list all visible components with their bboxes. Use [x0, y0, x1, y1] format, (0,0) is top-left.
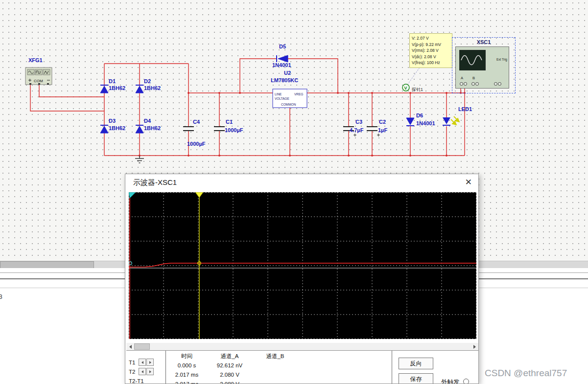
led-emission-arrows-icon [451, 116, 459, 125]
xfg1-terminal-plus[interactable] [29, 83, 31, 85]
cursor-t2-label: T2 [129, 369, 137, 375]
d6-ref: D6 [416, 113, 423, 118]
xsc1-channel-a-label: A [461, 76, 463, 80]
xsc1-terminal[interactable] [498, 82, 501, 86]
xsc1-terminal[interactable] [464, 82, 467, 86]
d2-ref: D2 [144, 78, 151, 84]
d1-value: 1BH62 [109, 85, 125, 91]
u2-pin-voltage: VOLTAGE [275, 97, 289, 100]
voltage-probe[interactable]: V 探针1 [402, 66, 423, 92]
col-header-time: 时间 [166, 353, 208, 360]
watermark: CSDN @ethreal757 [485, 368, 567, 379]
probe-vrms: V(rms): 2.08 V [412, 47, 450, 54]
probe-vpp: V(p-p): 9.22 mV [412, 42, 450, 48]
oscilloscope-window[interactable]: 示波器-XSC1 ✕ [125, 174, 479, 384]
xfg1-terminal-com[interactable] [38, 83, 40, 85]
scope-scrollbar[interactable] [126, 343, 478, 351]
xsc1-ext-trig-label: Ext Trig [496, 58, 507, 61]
scope-plot [129, 192, 476, 339]
triangle-wave-icon[interactable] [43, 69, 50, 75]
ext-trigger-group: 外触发 [441, 378, 469, 384]
t2-time: 2.017 ms [166, 372, 208, 378]
d1-ref: D1 [109, 78, 116, 84]
function-generator-xfg1[interactable]: XFG1 COM [25, 57, 52, 85]
u2-value: LM7805KC [271, 77, 298, 83]
t1-prev-button[interactable] [139, 359, 146, 366]
u2-pin-common: COMMON [281, 103, 296, 106]
multisim-screen: XFG1 COM D1 1BH62 D2 1BH62 D3 [0, 0, 588, 384]
ext-trigger-radio[interactable] [463, 379, 469, 384]
cursor-delta-label: T2-T1 [129, 378, 144, 384]
ground-symbol[interactable] [135, 156, 144, 163]
voltage-regulator-u2[interactable]: U2 LM7805KC LINE VOLTAGE VREG COMMON [271, 70, 307, 108]
ext-trigger-label: 外触发 [441, 379, 460, 384]
c1-value: 1000µF [225, 127, 243, 133]
save-button[interactable]: 保存 [399, 373, 433, 384]
c2-ref: C2 [379, 119, 386, 125]
c4-ref: C4 [193, 119, 200, 125]
xsc1-screen-icon [459, 50, 486, 70]
t2-prev-button[interactable] [139, 368, 146, 375]
d4-ref: D4 [144, 118, 151, 124]
probe-connector-line [408, 66, 421, 84]
probe-readout-tooltip: V: 2.07 V V(p-p): 9.22 mV V(rms): 2.08 V… [409, 33, 452, 68]
col-header-channel-b: 通道_B [252, 353, 299, 360]
led1-ref: LED1 [458, 106, 472, 112]
scroll-left-icon[interactable] [126, 343, 134, 350]
cursor-measurements-table: 时间 通道_A 通道_B 0.000 s 92.612 nV 2.017 ms … [165, 351, 392, 384]
xsc1-terminal[interactable] [494, 82, 497, 86]
cursor-t1-label: T1 [129, 360, 137, 365]
oscilloscope-component-xsc1[interactable]: XSC1 Ext Trig A B [452, 37, 516, 93]
xfg1-label: XFG1 [28, 57, 43, 63]
t1-channel-a: 92.612 nV [208, 362, 252, 368]
scope-graph[interactable] [129, 192, 476, 339]
d4-value: 1BH62 [144, 125, 161, 131]
measurements-header-row: 时间 通道_A 通道_B [166, 352, 392, 361]
c3-ref: C3 [355, 119, 362, 125]
reverse-button[interactable]: 反向 [399, 358, 433, 369]
cursor-nav: T1 T2 T2-T1 [129, 358, 154, 384]
xfg1-com-label: COM [34, 79, 43, 83]
close-icon[interactable]: ✕ [465, 177, 472, 187]
circuit-wires[interactable] [30, 59, 465, 156]
t2-next-button[interactable] [146, 368, 154, 375]
xsc1-channel-b-label: B [472, 76, 475, 80]
capacitor-c1[interactable]: C1 1000µF [214, 119, 243, 133]
probe-symbol: V [404, 86, 407, 90]
scroll-right-icon[interactable] [470, 343, 478, 350]
t1-next-button[interactable] [146, 359, 154, 366]
d3-value: 1BH62 [109, 125, 125, 131]
delta-values-row: 2.017 ms 2.080 V [166, 379, 392, 384]
cursor-t2-row: T2 [129, 367, 154, 376]
led1[interactable]: LED1 [443, 106, 472, 125]
probe-name: 探针1 [411, 87, 423, 92]
xfg1-terminal-minus[interactable] [47, 83, 49, 85]
clipped-edge-text: 3 [0, 294, 2, 300]
capacitor-c4[interactable]: C4 1000µF [183, 119, 206, 147]
diode-d5[interactable]: D5 1N4001 [272, 44, 291, 68]
scope-scroll-thumb[interactable] [134, 343, 150, 350]
c2-value: 1µF [378, 127, 387, 133]
probe-vfreq: V(freq): 100 Hz [412, 60, 450, 66]
c4-value: 1000µF [187, 141, 206, 147]
d2-value: 1BH62 [144, 85, 161, 91]
xsc1-terminal[interactable] [460, 82, 463, 86]
scope-readout-panel: T1 T2 T2-T1 时间 通道_A 通道_B [125, 351, 479, 384]
xsc1-terminal[interactable] [475, 82, 479, 86]
t2-channel-a: 2.080 V [208, 372, 252, 378]
probe-vdc: V(dc): 2.08 V [412, 54, 450, 60]
diode-d6[interactable]: D6 1N4001 [406, 113, 435, 126]
xsc1-instrument-icon[interactable]: Ext Trig A B [455, 46, 509, 89]
d6-value: 1N4001 [416, 120, 435, 126]
xsc1-label: XSC1 [452, 39, 515, 45]
capacitor-c2[interactable]: C2 1µF [367, 119, 387, 136]
scope-titlebar[interactable]: 示波器-XSC1 ✕ [125, 174, 478, 192]
xsc1-terminal[interactable] [471, 82, 475, 86]
u2-ref: U2 [284, 70, 291, 76]
scope-window-title: 示波器-XSC1 [133, 178, 177, 187]
t1-time: 0.000 s [166, 362, 208, 368]
d3-ref: D3 [109, 118, 116, 124]
cursor-delta-row: T2-T1 [129, 376, 154, 384]
cursor-t1-row: T1 [129, 358, 154, 367]
capacitor-c3[interactable]: C3 4.7µF [343, 119, 364, 136]
